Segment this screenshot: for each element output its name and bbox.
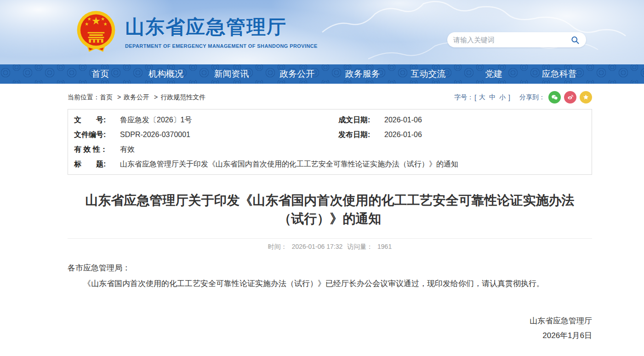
breadcrumb-label: 当前位置： [68,93,100,101]
qzone-star-icon[interactable] [580,91,592,103]
meta-row: 文 号: 鲁应急发〔2026〕1号 成文日期: 2026-01-06 [68,113,592,127]
share-label: 分享到： [519,93,545,102]
site-title: 山东省应急管理厅 [125,14,318,40]
article-body: 各市应急管理局： 《山东省国内首次使用的化工工艺安全可靠性论证实施办法（试行）》… [68,260,592,343]
search-input[interactable] [453,36,570,44]
font-size-medium-button[interactable]: 中 [489,93,496,102]
meta-label-file-id: 文件编号: [74,127,114,142]
meta-label-validity: 有 效 性： [74,142,114,157]
font-size-large-button[interactable]: 大 [479,93,485,102]
meta-value-doc-number: 鲁应急发〔2026〕1号 [120,113,192,127]
article-salutation: 各市应急管理局： [68,260,592,276]
font-size-bracket-open: [ [474,94,476,101]
search-box[interactable] [447,32,586,47]
nav-item-home[interactable]: 首页 [68,64,133,84]
font-size-label: 字号： [454,93,473,102]
time-value: 2026-01-06 17:32 [292,243,343,250]
breadcrumb-regulatory-docs[interactable]: 行政规范性文件 [160,93,205,101]
article-title-line-1: 山东省应急管理厅关于印发《山东省国内首次使用的化工工艺安全可靠性论证实施办法 [68,191,592,210]
document-meta-table: 文 号: 鲁应急发〔2026〕1号 成文日期: 2026-01-06 文件编号:… [68,109,592,175]
meta-value-title: 山东省应急管理厅关于印发《山东省国内首次使用的化工工艺安全可靠性论证实施办法（试… [120,157,458,172]
font-size-bracket-close: ] [508,94,510,101]
breadcrumb-separator: > [154,93,158,101]
signature-date: 2026年1月6日 [68,328,592,343]
wechat-icon[interactable] [548,91,561,103]
weibo-icon[interactable] [564,91,576,103]
meta-value-file-id: SDPR-2026-0370001 [120,127,190,142]
visits-label: 访问量： [347,243,373,250]
search-icon[interactable] [570,35,580,45]
meta-label-title: 标 题: [74,157,114,172]
nav-item-gov-info[interactable]: 政务公开 [264,64,330,84]
meta-row: 标 题: 山东省应急管理厅关于印发《山东省国内首次使用的化工工艺安全可靠性论证实… [68,157,592,172]
nav-item-emergency-science[interactable]: 应急科普 [526,64,592,84]
meta-label-written-date: 成文日期: [338,113,378,127]
nav-item-interaction[interactable]: 互动交流 [395,64,461,84]
site-logo[interactable]: 山东省应急管理厅 DEPARTMENT OF EMERGENCY MANAGEM… [75,10,318,52]
meta-label-publish-date: 发布日期: [338,127,378,142]
meta-value-written-date: 2026-01-06 [384,113,422,127]
breadcrumb-gov-info[interactable]: 政务公开 [124,93,149,101]
main-nav: 首页 机构概况 新闻资讯 政务公开 政务服务 互动交流 党建 应急科普 [0,64,644,84]
meta-value-validity: 有效 [120,142,135,157]
breadcrumb-home[interactable]: 首页 [100,93,113,101]
signature-organization: 山东省应急管理厅 [68,314,592,328]
time-label: 时间： [268,243,287,250]
visits-value: 1961 [377,243,392,250]
national-emblem-icon [75,10,117,52]
article-paragraph: 《山东省国内首次使用的化工工艺安全可靠性论证实施办法（试行）》已经厅长办公会议审… [68,276,592,292]
site-subtitle: DEPARTMENT OF EMERGENCY MANAGEMENT OF SH… [125,43,318,49]
nav-item-agency-overview[interactable]: 机构概况 [133,64,199,84]
nav-item-gov-services[interactable]: 政务服务 [330,64,396,84]
nav-item-party-building[interactable]: 党建 [461,64,527,84]
font-size-small-button[interactable]: 小 [499,93,506,102]
breadcrumb-separator: > [117,93,121,101]
article-meta-line: 时间： 2026-01-06 17:32 访问量： 1961 [68,238,592,251]
page-tools: 字号： [ 大 中 小 ] 分享到： [454,91,592,103]
site-banner: 山东省应急管理厅 DEPARTMENT OF EMERGENCY MANAGEM… [0,0,644,64]
meta-value-publish-date: 2026-01-06 [384,127,422,142]
breadcrumb: 当前位置：首页 >政务公开 >行政规范性文件 [68,93,205,102]
meta-label-doc-number: 文 号: [74,113,114,127]
nav-item-news[interactable]: 新闻资讯 [199,64,264,84]
article-signature: 山东省应急管理厅 2026年1月6日 [68,314,592,343]
article-title-line-2: （试行）》的通知 [68,210,592,228]
meta-row: 文件编号: SDPR-2026-0370001 发布日期: 2026-01-06 [68,127,592,142]
article-title: 山东省应急管理厅关于印发《山东省国内首次使用的化工工艺安全可靠性论证实施办法 （… [68,191,592,228]
breadcrumb-toolbar: 当前位置：首页 >政务公开 >行政规范性文件 字号： [ 大 中 小 ] 分享到… [68,84,592,109]
meta-row: 有 效 性： 有效 [68,142,592,157]
